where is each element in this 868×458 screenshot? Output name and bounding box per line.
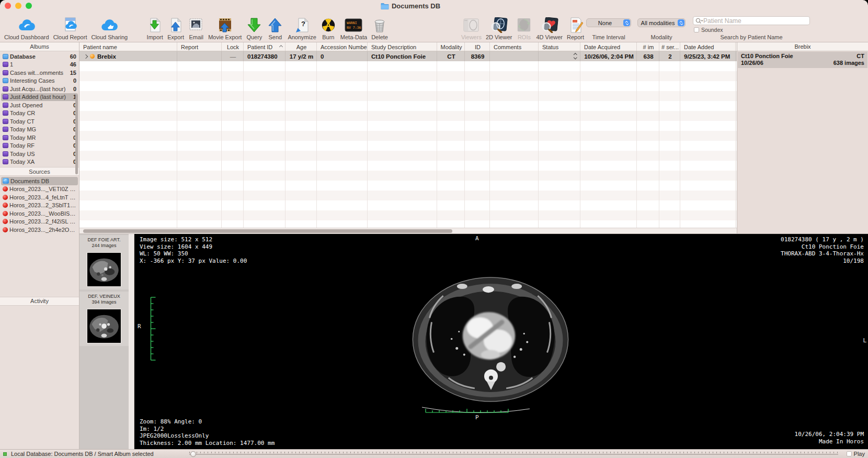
toolbar-cloud-dashboard[interactable]: Cloud Dashboard xyxy=(2,16,51,40)
source-horos-2023-2-f42isl-db[interactable]: Horos_2023...2_f42iSL DB xyxy=(1,218,78,226)
soundex-checkbox[interactable] xyxy=(694,27,699,32)
play-label: Play xyxy=(854,451,865,457)
toolbar-delete[interactable]: Delete xyxy=(369,16,390,40)
column-header-date-acquired[interactable]: Date Acquired xyxy=(580,42,637,51)
column-header-patient-id[interactable]: Patient ID xyxy=(244,42,285,51)
empty-table-row xyxy=(79,101,737,111)
album-1[interactable]: 146 xyxy=(1,61,78,69)
toolbar-cloud-report[interactable]: Cloud Report xyxy=(51,16,89,40)
empty-cell xyxy=(285,210,317,220)
empty-cell xyxy=(177,181,222,191)
toolbar-report[interactable]: Report xyxy=(565,16,586,40)
column-header-study-description[interactable]: Study Description xyxy=(368,42,437,51)
toolbar-email[interactable]: Email xyxy=(186,16,206,40)
album-just-opened[interactable]: Just Opened0 xyxy=(1,101,78,109)
toolbar: Cloud DashboardCloud ReportCloud Sharing… xyxy=(0,12,868,42)
album-just-acqu-last-hour[interactable]: Just Acqu...(last hour)0 xyxy=(1,85,78,93)
empty-cell xyxy=(317,181,368,191)
sidebar-scrollbar[interactable] xyxy=(75,95,78,174)
column-header-modality[interactable]: Modality xyxy=(437,42,465,51)
source-horos-2023-4-feltnt-db[interactable]: Horos_2023...4_feLtnT DB xyxy=(1,193,78,202)
toolbar-meta-data[interactable]: WARNINV 7:36Meta-Data xyxy=(338,16,369,40)
zoom-button[interactable] xyxy=(26,3,32,9)
preview-scrollbar[interactable] xyxy=(129,234,134,449)
table-h-scrollbar[interactable] xyxy=(79,228,737,233)
empty-cell xyxy=(317,101,368,111)
empty-cell xyxy=(368,61,437,71)
series-def-veineux[interactable]: DEF. VEINEUX394 Images xyxy=(79,292,129,346)
column-header-date-added[interactable]: Date Added xyxy=(680,42,736,51)
search-field[interactable] xyxy=(693,16,810,25)
toolbar-cloud-sharing[interactable]: Cloud Sharing xyxy=(89,16,130,40)
album-database[interactable]: Database60 xyxy=(1,52,78,61)
empty-cell xyxy=(490,161,539,171)
time-interval-popup[interactable]: None xyxy=(586,18,631,27)
album-name: Just Acqu...(last hour) xyxy=(10,86,72,92)
column-header-accession-number[interactable]: Accession Number xyxy=(317,42,368,51)
source-horos-2023-woobis-db[interactable]: Horos_2023..._WooBIS DB xyxy=(1,209,78,218)
column-header-id[interactable]: ID xyxy=(465,42,490,51)
minimize-button[interactable] xyxy=(15,3,21,9)
column-header-age[interactable]: Age xyxy=(285,42,317,51)
image-viewer[interactable]: Image size: 512 x 512View size: 1604 x 4… xyxy=(134,234,868,449)
top-region: Patient nameReportLockPatient IDAgeAcces… xyxy=(79,42,868,233)
toolbar-import[interactable]: Import xyxy=(144,16,165,40)
source-horos-2023-2-3sblt1-db[interactable]: Horos_2023...2_3SblT1 DB xyxy=(1,202,78,210)
study-card[interactable]: Ct10 Ponction Foie CT 10/26/06 638 image… xyxy=(738,52,867,68)
empty-cell xyxy=(580,61,637,71)
column-header-ser[interactable]: # ser... xyxy=(659,42,680,51)
slider-thumb[interactable] xyxy=(190,451,196,457)
toolbar-2d-viewer[interactable]: 2D Viewer xyxy=(484,16,515,40)
image-slider[interactable] xyxy=(189,452,838,456)
empty-cell xyxy=(465,101,490,111)
empty-cell xyxy=(222,81,244,91)
empty-cell xyxy=(285,131,317,141)
toolbar-movie-export[interactable]: Movie Export xyxy=(206,16,244,40)
toolbar-anonymize[interactable]: ?Anonymize xyxy=(285,16,318,40)
album-today-mg[interactable]: Today MG0 xyxy=(1,126,78,134)
column-header-status[interactable]: Status xyxy=(539,42,580,51)
series-thumbnail[interactable] xyxy=(87,309,121,343)
column-header-im[interactable]: # im xyxy=(637,42,659,51)
column-header-patient-name[interactable]: Patient name xyxy=(79,42,177,51)
source-documents-db[interactable]: Documents DB xyxy=(1,177,78,185)
search-input[interactable] xyxy=(703,17,807,25)
album-count: 15 xyxy=(70,70,76,76)
series-def-foie-art[interactable]: DEF FOIE ART.244 Images xyxy=(79,235,129,289)
column-header-comments[interactable]: Comments xyxy=(490,42,539,51)
album-name: Just Opened xyxy=(10,102,72,108)
series-thumbnail[interactable] xyxy=(87,253,121,286)
album-today-us[interactable]: Today US0 xyxy=(1,150,78,158)
column-header-report[interactable]: Report xyxy=(177,42,222,51)
album-today-ct[interactable]: Today CT0 xyxy=(1,117,78,126)
empty-cell xyxy=(368,121,437,131)
empty-cell xyxy=(580,111,637,121)
play-checkbox[interactable] xyxy=(847,451,852,456)
close-button[interactable] xyxy=(5,3,11,9)
status-stepper-icon[interactable] xyxy=(574,53,578,59)
scrollbar-thumb[interactable] xyxy=(83,229,452,233)
toolbar-burn[interactable]: Burn xyxy=(318,16,338,40)
disclosure-chevron-icon[interactable] xyxy=(84,54,88,58)
source-horos-2023-veti0z-db[interactable]: Horos_2023..._VETI0Z DB xyxy=(1,185,78,194)
album-today-cr[interactable]: Today CR0 xyxy=(1,109,78,118)
album-interesting-cases[interactable]: Interesting Cases0 xyxy=(1,77,78,85)
album-today-rf[interactable]: Today RF0 xyxy=(1,142,78,150)
empty-cell xyxy=(680,171,736,181)
empty-cell xyxy=(659,111,680,121)
ct-axial-image[interactable] xyxy=(412,275,569,404)
table-row-brebix[interactable]: Brebix—01827438017 y/2 m0Ct10 Ponction F… xyxy=(79,51,737,61)
album-just-added-last-hour[interactable]: Just Added (last hour)1 xyxy=(1,93,78,102)
toolbar-export[interactable]: Export xyxy=(165,16,186,40)
toolbar-query[interactable]: Query xyxy=(244,16,265,40)
empty-cell xyxy=(680,91,736,101)
album-today-xa[interactable]: Today XA0 xyxy=(1,158,78,166)
column-header-lock[interactable]: Lock xyxy=(222,42,244,51)
empty-cell xyxy=(79,141,177,151)
toolbar-4d-viewer[interactable]: 4D Viewer xyxy=(534,16,565,40)
album-today-mr[interactable]: Today MR0 xyxy=(1,133,78,142)
album-cases-wit-omments[interactable]: Cases wit...omments15 xyxy=(1,69,78,77)
source-horos-2023-2h4e2o-db[interactable]: Horos_2023..._2h4e2O DB xyxy=(1,226,78,234)
toolbar-send[interactable]: Send xyxy=(265,16,285,40)
modality-popup[interactable]: All modalities xyxy=(637,18,686,27)
